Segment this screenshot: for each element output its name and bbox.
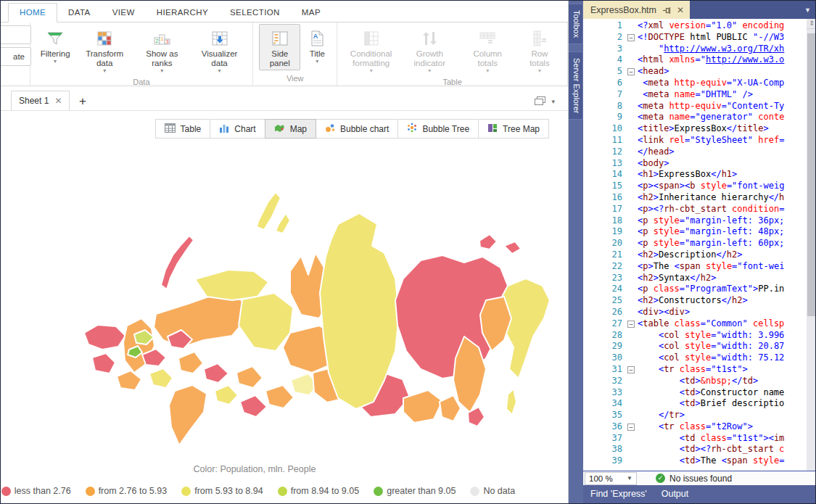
code-line[interactable]: 22<p>The <span style="font-wei — [583, 261, 807, 273]
code-line[interactable]: 37 <td class="t1st"><im — [583, 433, 807, 445]
fold-toggle-icon[interactable]: − — [627, 366, 635, 373]
map-region[interactable] — [204, 363, 228, 383]
scrollbar-splitter-icon[interactable]: ⇕ — [807, 19, 816, 29]
map-region[interactable] — [215, 385, 238, 405]
close-tab-icon[interactable]: ✕ — [677, 6, 684, 15]
code-editor[interactable]: 1<?xml version="1.0" encoding2−<!DOCTYPE… — [583, 19, 816, 471]
scrollbar-thumb[interactable] — [807, 33, 816, 316]
map-region[interactable] — [195, 270, 268, 300]
partial-button-top[interactable] — [0, 25, 31, 44]
transform-data-button[interactable]: Transform data▾ — [78, 24, 132, 76]
chevron-down-icon[interactable]: ▾ — [551, 98, 555, 105]
code-line[interactable]: 31− <tr class="t1st"> — [583, 364, 807, 376]
map-region[interactable] — [117, 371, 141, 390]
document-tab[interactable]: ExpressBox.htm ✕ — [583, 1, 690, 19]
code-line[interactable]: 4<html xmlns="http://www.w3.o — [583, 54, 807, 66]
map-region[interactable] — [257, 192, 281, 230]
code-line[interactable]: 26<div><div> — [583, 307, 807, 318]
side-panel-button[interactable]: Side panel — [259, 24, 300, 70]
code-line[interactable]: 16<h2>Inheritance hierarchy</h — [583, 192, 807, 204]
code-line[interactable]: 23<h2>Syntax</h2> — [583, 273, 807, 284]
map-region[interactable] — [84, 325, 125, 350]
code-line[interactable]: 15<p><span><b style="font-weig — [583, 181, 807, 192]
fold-toggle-icon[interactable]: − — [627, 68, 635, 75]
code-line[interactable]: 12</head> — [583, 146, 807, 158]
fold-toggle-icon[interactable]: − — [627, 321, 635, 328]
code-line[interactable]: 5−<head> — [583, 66, 807, 78]
code-line[interactable]: 10<title>ExpressBox</title> — [583, 123, 807, 135]
code-line[interactable]: 20<p style="margin-left: 60px; — [583, 238, 807, 249]
ribbon-tab-home[interactable]: HOME — [8, 3, 57, 22]
close-sheet-icon[interactable]: ✕ — [54, 96, 62, 106]
view-button-tree-map[interactable]: Tree Map — [478, 119, 549, 139]
code-line[interactable]: 33 <td>Constructor name — [583, 387, 807, 399]
map-region[interactable] — [149, 368, 173, 388]
code-line[interactable]: 13<body> — [583, 158, 807, 170]
code-line[interactable]: 25<h2>Constructors</h2> — [583, 295, 807, 307]
ribbon-tab-map[interactable]: MAP — [291, 4, 331, 22]
bottom-tab-output[interactable]: Output — [662, 485, 689, 503]
code-line[interactable]: 11<link rel="StyleSheet" href= — [583, 135, 807, 146]
map-region[interactable] — [240, 395, 267, 417]
view-button-map[interactable]: Map — [265, 119, 316, 139]
partial-button-bottom[interactable]: ate — [0, 47, 31, 66]
code-line[interactable]: 35 </tr> — [583, 410, 807, 421]
code-line[interactable]: 39 <td>The <span style= — [583, 455, 807, 467]
code-line[interactable]: 24<p class="ProgramText">PP.in — [583, 284, 807, 295]
map-region[interactable] — [92, 353, 115, 373]
fold-toggle-icon[interactable]: − — [627, 34, 635, 41]
view-button-table[interactable]: Table — [155, 119, 211, 139]
code-line[interactable]: 8<meta http-equiv="Content-Ty — [583, 101, 807, 112]
code-line[interactable]: 18<p style="margin-left: 36px; — [583, 215, 807, 227]
cascade-windows-icon[interactable] — [535, 96, 545, 106]
code-line[interactable]: 21<h2>Description</h2> — [583, 249, 807, 261]
add-sheet-button[interactable]: + — [79, 94, 86, 109]
code-line[interactable]: 7 <meta name="DHTML" /> — [583, 89, 807, 101]
title-button[interactable]: ATitle▾ — [303, 24, 331, 67]
code-line[interactable]: 38 <td><?rh-cbt_start c — [583, 444, 807, 455]
code-line[interactable]: 19<p style="margin-left: 48px; — [583, 226, 807, 238]
code-line[interactable]: 2−<!DOCTYPE html PUBLIC "-//W3 — [583, 32, 807, 44]
fold-toggle-icon[interactable]: − — [627, 424, 635, 431]
map-region[interactable] — [506, 389, 516, 415]
show-as-ranks-button[interactable]: 213Show as ranks▾ — [135, 24, 189, 76]
side-tab-server-explorer[interactable]: Server Explorer — [569, 51, 583, 120]
code-line[interactable]: 6 <meta http-equiv="X-UA-Comp — [583, 78, 807, 89]
map-region[interactable] — [479, 234, 497, 249]
map-region[interactable] — [504, 241, 521, 254]
code-line[interactable]: 9<meta name="generator" conte — [583, 112, 807, 123]
filtering-button[interactable]: Filtering▾ — [36, 24, 75, 67]
editor-scrollbar[interactable]: ⇕ — [807, 19, 816, 471]
code-line[interactable]: 29 <col style="width: 20.87 — [583, 341, 807, 352]
view-button-chart[interactable]: Chart — [210, 119, 265, 139]
ribbon-tab-data[interactable]: DATA — [57, 4, 102, 22]
map-region[interactable] — [161, 236, 194, 289]
map-region[interactable] — [265, 385, 294, 408]
code-line[interactable]: 32 <td>&nbsp;</td> — [583, 376, 807, 387]
visualizer-data-button[interactable]: Visualizer data▾ — [192, 24, 247, 76]
code-line[interactable]: 1<?xml version="1.0" encoding — [583, 20, 807, 32]
ribbon-tab-hierarchy[interactable]: HIERARCHY — [146, 4, 219, 22]
bottom-tab-find-express-[interactable]: Find 'Express' — [590, 485, 647, 503]
map-region[interactable] — [154, 294, 247, 347]
code-line[interactable]: 27−<table class="Common" cellsp — [583, 318, 807, 330]
code-line[interactable]: 34 <td>Brief descriptio — [583, 398, 807, 410]
view-button-bubble-chart[interactable]: Bubble chart — [316, 119, 398, 139]
code-line[interactable]: 36− <tr class="t2Row"> — [583, 421, 807, 433]
code-line[interactable]: 17<p><?rh-cbt_start condition= — [583, 204, 807, 215]
map-region[interactable] — [276, 213, 290, 234]
map-region[interactable] — [169, 385, 207, 445]
code-line[interactable]: 28 <col style="width: 3.996 — [583, 330, 807, 342]
tab-list-dropdown-icon[interactable]: ▼ — [804, 1, 816, 19]
code-line[interactable]: 30 <col style="width: 75.12 — [583, 352, 807, 364]
ribbon-tab-selection[interactable]: SELECTION — [219, 4, 291, 22]
russia-map[interactable] — [73, 183, 552, 455]
side-tab-toolbox[interactable]: Toolbox — [569, 4, 583, 44]
map-region[interactable] — [178, 352, 203, 373]
map-region[interactable] — [236, 366, 263, 388]
code-line[interactable]: 3 "http://www.w3.org/TR/xh — [583, 44, 807, 55]
sheet-tab[interactable]: Sheet 1 ✕ — [11, 91, 70, 110]
editor-zoom-select[interactable]: 100 % ▼ — [585, 472, 637, 485]
code-line[interactable]: 14<h1>ExpressBox</h1> — [583, 169, 807, 181]
ribbon-tab-view[interactable]: VIEW — [102, 4, 146, 22]
